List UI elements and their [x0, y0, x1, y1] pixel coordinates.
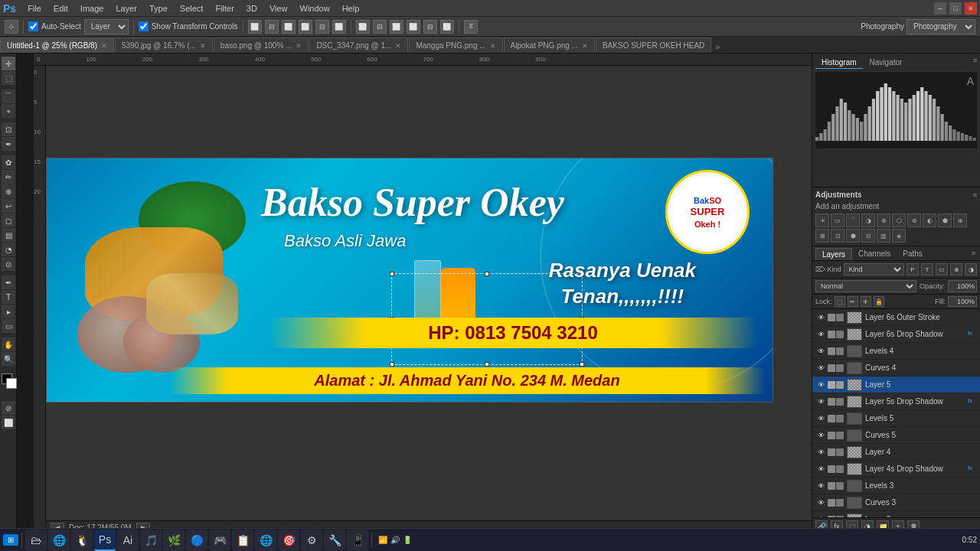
invert-adj[interactable]: ⊡	[831, 229, 844, 243]
auto-select-checkbox[interactable]	[28, 21, 38, 31]
layer-item-curves4[interactable]: 👁 Curves 4	[812, 360, 980, 377]
sys-battery-icon[interactable]: 🔋	[403, 536, 412, 544]
menu-help[interactable]: Help	[337, 2, 365, 15]
brush-tool[interactable]: ✏	[2, 170, 15, 184]
handle-bl[interactable]	[390, 362, 394, 367]
close-button[interactable]: ✕	[965, 2, 977, 15]
align-center-v-icon[interactable]: ⊟	[315, 20, 329, 34]
levels-adj[interactable]: ▭	[831, 214, 844, 227]
layers-tab-layers[interactable]: Layers	[815, 248, 852, 260]
tab-5390[interactable]: 5390.jpg @ 16.7% (... ✕	[115, 37, 213, 53]
distribute-right-icon[interactable]: ⬜	[390, 20, 403, 34]
blend-mode-select[interactable]: Normal Multiply Screen Overlay	[815, 280, 916, 292]
menu-edit[interactable]: Edit	[48, 2, 74, 15]
menu-layer[interactable]: Layer	[110, 2, 142, 15]
taskbar-explorer[interactable]: 🗁	[25, 530, 47, 551]
layer-visibility-curves4[interactable]: 👁	[815, 363, 826, 373]
layer-visibility-5s-drop[interactable]: 👁	[815, 396, 826, 407]
blur-tool[interactable]: ◔	[2, 243, 15, 256]
tab-close-5390[interactable]: ✕	[200, 42, 206, 50]
menu-view[interactable]: View	[264, 2, 293, 15]
handle-tl[interactable]	[390, 272, 394, 276]
vibrance-adj[interactable]: ⊕	[877, 214, 890, 227]
navigator-tab[interactable]: Navigator	[864, 57, 909, 69]
tab-dsc3347[interactable]: DSC_3347.png @ 1... ✕	[309, 37, 408, 53]
layer-item-levels3[interactable]: 👁 Levels 3	[812, 478, 980, 494]
tab-untitled1[interactable]: Untitled-1 @ 25% (RGB/8) ✕	[0, 37, 114, 53]
color-balance-adj[interactable]: ⊛	[907, 214, 921, 227]
menu-filter[interactable]: Filter	[210, 2, 239, 15]
background-color[interactable]	[6, 378, 17, 389]
layer-visibility-curves3[interactable]: 👁	[815, 497, 826, 508]
taskbar-item-14[interactable]: 🔧	[324, 530, 345, 551]
histogram-expand-button[interactable]: ≡	[973, 57, 977, 69]
handle-bc[interactable]	[485, 362, 489, 367]
adjustments-expand-button[interactable]: ≡	[973, 191, 977, 199]
taskbar-item-6[interactable]: 🎵	[140, 530, 162, 551]
taskbar-item-13[interactable]: ⚙	[301, 530, 322, 551]
align-right-icon[interactable]: ⬜	[282, 20, 296, 34]
filter-icon-text[interactable]: T	[921, 263, 933, 276]
layer-visibility-layer4[interactable]: 👁	[815, 447, 826, 458]
tab-baso[interactable]: baso.png @ 100% ... ✕	[214, 37, 309, 53]
layers-tab-paths[interactable]: Paths	[897, 248, 929, 260]
eraser-tool[interactable]: ◻	[2, 214, 15, 227]
threshold-adj[interactable]: ⊟	[861, 229, 875, 243]
gradient-tool[interactable]: ▤	[2, 228, 15, 242]
layer-item-6s-drop[interactable]: 👁 Layer 6s Drop Shadow fx	[812, 326, 980, 343]
taskbar-photoshop[interactable]: Ps	[94, 530, 116, 551]
sys-volume-icon[interactable]: 🔊	[390, 536, 400, 544]
layer-filter-select[interactable]: Kind Name Effect	[844, 263, 904, 276]
layer-visibility-levels5[interactable]: 👁	[815, 413, 826, 424]
menu-select[interactable]: Select	[175, 2, 209, 15]
shape-tool[interactable]: ▭	[2, 319, 15, 333]
auto-align-icon[interactable]: ⧖	[464, 20, 478, 34]
hand-tool[interactable]: ✋	[2, 337, 15, 351]
layer-type-select[interactable]: Layer Group	[84, 19, 129, 34]
hue-sat-adj[interactable]: ⬡	[892, 214, 906, 227]
align-bottom-icon[interactable]: ⬜	[332, 20, 346, 34]
filter-icon-pixel[interactable]: P	[906, 263, 919, 276]
align-left-icon[interactable]: ⬜	[248, 20, 262, 34]
distribute-top-icon[interactable]: ⬜	[407, 20, 420, 34]
layer-visibility-6s-drop[interactable]: 👁	[815, 329, 826, 340]
gradient-map-adj[interactable]: ▥	[877, 229, 890, 243]
tab-close-untitled1[interactable]: ✕	[101, 42, 107, 50]
distribute-left-icon[interactable]: ⬜	[356, 20, 370, 34]
layer-visibility-6s-outer[interactable]: 👁	[815, 312, 826, 323]
path-selection-tool[interactable]: ▸	[2, 305, 15, 318]
align-center-h-icon[interactable]: ⊟	[265, 20, 279, 34]
maximize-button[interactable]: □	[949, 2, 962, 15]
clone-stamp-tool[interactable]: ⊕	[2, 184, 15, 198]
taskbar-browser[interactable]: 🌐	[48, 530, 70, 551]
move-tool-options-icon[interactable]: ⊹	[5, 20, 18, 34]
layer-visibility-levels3[interactable]: 👁	[815, 481, 826, 491]
photo-filter-adj[interactable]: ⬟	[938, 214, 952, 227]
layer-item-levels5[interactable]: 👁 Levels 5	[812, 410, 980, 427]
align-top-icon[interactable]: ⬜	[299, 20, 312, 34]
distribute-center-v-icon[interactable]: ⊟	[423, 20, 437, 34]
handle-tc[interactable]	[485, 272, 489, 276]
selective-color-adj[interactable]: ◈	[892, 229, 906, 243]
layer-item-4s-drop[interactable]: 👁 Layer 4s Drop Shadow fx	[812, 461, 980, 478]
quick-select-tool[interactable]: ⚬	[2, 104, 15, 118]
dodge-tool[interactable]: ⊙	[2, 257, 15, 271]
type-tool[interactable]: T	[2, 290, 15, 304]
layers-panel-expand[interactable]: ≡	[970, 248, 977, 260]
pen-tool[interactable]: ✒	[2, 276, 15, 289]
history-brush-tool[interactable]: ↩	[2, 199, 15, 213]
quick-mask-tool[interactable]: ⊘	[2, 401, 15, 415]
histogram-tab[interactable]: Histogram	[815, 57, 863, 69]
layer-visibility-layer5[interactable]: 👁	[815, 380, 826, 390]
minimize-button[interactable]: ─	[934, 2, 946, 15]
exposure-adj[interactable]: ◑	[861, 214, 875, 227]
layer-item-layer5[interactable]: 👁 Layer 5	[812, 377, 980, 393]
layer-item-curves5[interactable]: 👁 Curves 5	[812, 427, 980, 444]
taskbar-item-9[interactable]: 🎮	[209, 530, 230, 551]
distribute-bottom-icon[interactable]: ⬜	[440, 20, 454, 34]
fill-input[interactable]	[948, 296, 977, 307]
tab-close-mangga[interactable]: ✕	[490, 42, 496, 50]
channel-mixer-adj[interactable]: ⊕	[953, 214, 967, 227]
tab-close-dsc[interactable]: ✕	[395, 42, 401, 50]
layer-item-levels4[interactable]: 👁 Levels 4	[812, 343, 980, 360]
